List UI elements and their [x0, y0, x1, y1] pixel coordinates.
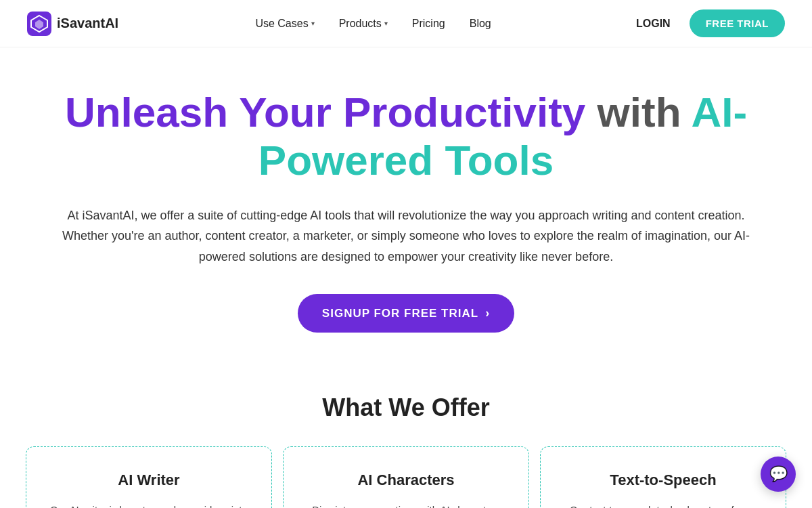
- offer-card-ai-characters: AI Characters Dive into conversations wi…: [283, 446, 529, 508]
- chevron-down-icon: ▾: [311, 20, 315, 27]
- offer-card-desc-ai-characters: Dive into conversations with AI characte…: [302, 501, 510, 508]
- logo-icon: [27, 12, 51, 36]
- nav-use-cases[interactable]: Use Cases ▾: [246, 12, 323, 35]
- offers-title: What We Offer: [20, 394, 792, 422]
- nav-right: LOGIN FREE TRIAL: [628, 9, 785, 37]
- offers-grid: AI Writer Our AI writer is here to spark…: [20, 446, 792, 508]
- logo-link[interactable]: iSavantAI: [27, 12, 118, 36]
- login-button[interactable]: LOGIN: [628, 12, 679, 35]
- offers-section: What We Offer AI Writer Our AI writer is…: [0, 360, 812, 508]
- nav-products[interactable]: Products ▾: [330, 12, 397, 35]
- offer-card-title-tts: Text-to-Speech: [560, 471, 767, 489]
- chat-bubble-button[interactable]: 💬: [761, 457, 796, 492]
- hero-section: Unleash Your Productivity with AI-Powere…: [0, 47, 812, 360]
- hero-title: Unleash Your Productivity with AI-Powere…: [54, 88, 758, 185]
- hero-title-with: with: [597, 89, 681, 135]
- offer-card-desc-ai-writer: Our AI writer is here to spark your idea…: [45, 501, 252, 508]
- offer-card-title-ai-writer: AI Writer: [45, 471, 252, 489]
- offer-card-ai-writer: AI Writer Our AI writer is here to spark…: [26, 446, 272, 508]
- nav-links: Use Cases ▾ Products ▾ Pricing Blog: [246, 12, 500, 35]
- offer-card-title-ai-characters: AI Characters: [302, 471, 510, 489]
- chat-icon: 💬: [769, 465, 788, 483]
- nav-blog[interactable]: Blog: [460, 12, 501, 35]
- chevron-down-icon: ▾: [384, 20, 388, 27]
- signup-label: SIGNUP FOR FREE TRIAL: [322, 307, 478, 320]
- hero-title-part1: Unleash Your Productivity: [65, 89, 585, 135]
- nav-pricing[interactable]: Pricing: [403, 12, 455, 35]
- logo-text: iSavantAI: [57, 16, 118, 31]
- signup-button[interactable]: SIGNUP FOR FREE TRIAL ›: [298, 294, 514, 333]
- offer-card-tts: Text-to-Speech Our text-to-speech techno…: [540, 446, 786, 508]
- navbar: iSavantAI Use Cases ▾ Products ▾ Pricing…: [0, 0, 812, 47]
- arrow-icon: ›: [485, 306, 490, 320]
- hero-description: At iSavantAI, we offer a suite of cuttin…: [54, 205, 758, 268]
- offer-card-desc-tts: Our text-to-speech technology transforms…: [560, 501, 767, 508]
- free-trial-button[interactable]: FREE TRIAL: [690, 9, 785, 37]
